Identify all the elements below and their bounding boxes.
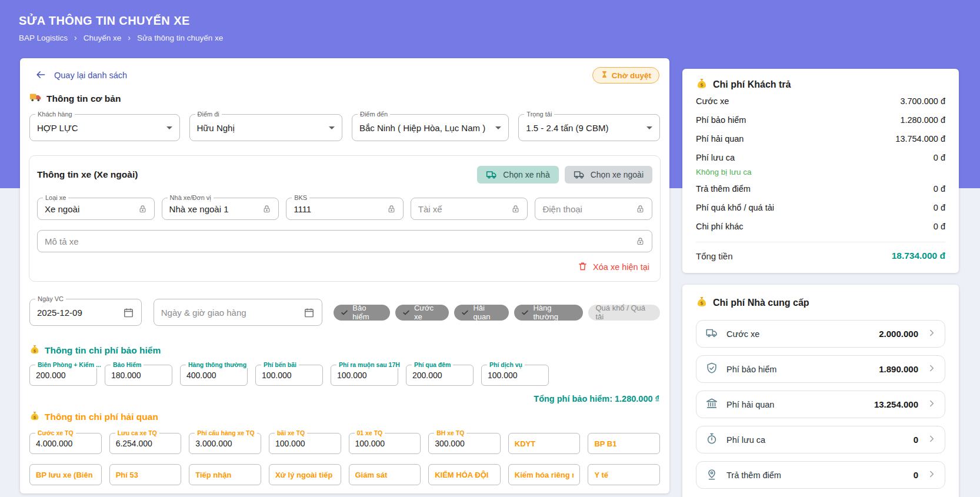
cus-field-xu-ly-ngoai[interactable]: Xử lý ngoài tiếp n... xyxy=(269,464,341,485)
ins-field-hang-thong-thuong[interactable]: Hàng thông thường 400.000 xyxy=(180,365,248,386)
arrow-left-icon xyxy=(35,69,46,82)
status-badge: Chờ duyệt xyxy=(592,67,659,84)
cost-row-qua-kho-qua-tai: Phí quá khổ / quá tải 0 đ xyxy=(696,198,945,217)
total-row: Tổng tiền 18.734.000 đ xyxy=(696,246,945,262)
trip-form-card: Quay lại danh sách Chờ duyệt Thông tin c… xyxy=(20,58,669,493)
cost-row-phi-hai-quan: Phí hải quan 13.754.000 đ xyxy=(696,129,945,148)
breadcrumb: BAP Logistics Chuyến xe Sửa thông tin ch… xyxy=(19,33,223,42)
money-bag-icon: $ xyxy=(29,411,40,423)
supplier-item-cuoc-xe[interactable]: Cước xe 2.000.000 xyxy=(696,320,945,348)
cus-field-cau-hang-xe-tq[interactable]: Phí cẩu hàng xe TQ 3.000.000 xyxy=(189,433,261,454)
delete-vehicle-button[interactable]: Xóa xe hiện tại xyxy=(37,261,649,273)
choose-house-vehicle-button[interactable]: Chọn xe nhà xyxy=(477,166,558,184)
cus-field-kiem-hoa-rieng[interactable]: Kiểm hóa riêng n... xyxy=(508,464,581,485)
truck-icon xyxy=(574,169,585,181)
status-badge-label: Chờ duyệt xyxy=(612,71,651,80)
calendar-icon[interactable] xyxy=(304,307,315,318)
shield-check-icon xyxy=(705,362,718,377)
supplier-item-tra-them-diem[interactable]: Trả thêm điểm 0 xyxy=(696,461,945,489)
ins-field-bao-hiem[interactable]: Bảo Hiểm 180.000 xyxy=(105,365,172,386)
ins-field-bien-phong[interactable]: Biên Phòng + Kiểm ... 200.000 xyxy=(29,365,97,386)
cost-row-cuoc-xe: Cước xe 3.700.000 đ xyxy=(696,92,945,111)
hourglass-icon xyxy=(601,71,608,80)
breadcrumb-home[interactable]: BAP Logistics xyxy=(19,34,68,42)
basic-info-heading: Thông tin cơ bản xyxy=(29,91,661,106)
field-bks[interactable]: BKS 1111 xyxy=(286,198,404,220)
ins-field-ra-muon[interactable]: Phí ra muộn sau 17H 100.000 xyxy=(331,365,398,386)
back-label: Quay lại danh sách xyxy=(54,71,127,80)
chevron-right-icon xyxy=(926,469,937,482)
check-icon xyxy=(402,309,410,316)
supplier-item-phi-luu-ca[interactable]: Phí lưu ca 0 xyxy=(696,426,945,453)
bank-icon xyxy=(705,397,718,412)
cus-field-tiep-nhan[interactable]: Tiếp nhận xyxy=(189,464,261,485)
lock-icon xyxy=(387,205,396,214)
chevron-right-icon xyxy=(926,363,937,376)
ins-field-dich-vu[interactable]: Phí dịch vụ 100.000 xyxy=(481,365,549,386)
supplier-costs-heading: $ Chi phí Nhà cung cấp xyxy=(696,296,945,310)
back-to-list-link[interactable]: Quay lại danh sách xyxy=(35,69,127,82)
calendar-icon[interactable] xyxy=(123,307,134,318)
select-diem-den[interactable]: Điểm đến Bắc Ninh ( Hiệp Hòa, Lục Nam ) xyxy=(352,114,509,141)
cus-field-kiem-hoa-doi[interactable]: KIỂM HÓA ĐỘI xyxy=(428,464,501,485)
cus-field-phi-53[interactable]: Phí 53 xyxy=(109,464,182,485)
chevron-right-icon xyxy=(926,328,937,341)
truck-icon xyxy=(29,91,42,106)
cus-field-bp-luu-xe[interactable]: BP lưu xe (Biên p... xyxy=(29,464,102,485)
check-icon xyxy=(341,309,348,316)
field-mo-ta-xe[interactable]: Mô tả xe xyxy=(37,230,652,252)
cus-field-y-te[interactable]: Y tế xyxy=(588,464,660,485)
trash-icon xyxy=(578,261,588,273)
page-header: SỬA THÔNG TIN CHUYẾN XE BAP Logistics Ch… xyxy=(19,14,223,42)
svg-text:$: $ xyxy=(700,82,704,88)
chip-bao-hiem[interactable]: Bảo hiểm xyxy=(334,305,390,321)
ins-field-qua-dem[interactable]: Phí qua đêm 200.000 xyxy=(406,365,474,386)
chevron-down-icon xyxy=(646,126,652,129)
chip-hai-quan[interactable]: Hải quan xyxy=(454,305,509,321)
cus-field-cuoc-xe-tq[interactable]: Cước xe TQ 4.000.000 xyxy=(29,433,102,454)
field-nha-xe[interactable]: Nhà xe/Đơn vị Nhà xe ngoài 1 xyxy=(162,198,279,220)
chevron-down-icon xyxy=(166,126,172,129)
field-loai-xe[interactable]: Loại xe Xe ngoài xyxy=(37,198,155,220)
lock-icon xyxy=(636,205,645,214)
field-dien-thoai[interactable]: Điện thoại xyxy=(535,198,652,220)
lock-icon xyxy=(636,237,645,246)
cost-row-chi-phi-khac: Chi phí khác 0 đ xyxy=(696,217,945,236)
lock-icon xyxy=(511,205,520,214)
cus-field-01-xe-tq[interactable]: 01 xe TQ 100.000 xyxy=(349,433,421,454)
choose-external-vehicle-button[interactable]: Chọn xe ngoài xyxy=(565,166,652,184)
ins-field-ben-bai[interactable]: Phí bến bãi 100.000 xyxy=(255,365,323,386)
cus-field-luu-ca-xe-tq[interactable]: Lưu ca xe TQ 6.254.000 xyxy=(109,433,182,454)
select-diem-di[interactable]: Điểm đi Hữu Nghị xyxy=(189,114,342,141)
supplier-costs-panel: $ Chi phí Nhà cung cấp Cước xe 2.000.000… xyxy=(682,285,959,497)
page-title: SỬA THÔNG TIN CHUYẾN XE xyxy=(19,14,223,28)
luu-ca-note: Không bị lưu ca xyxy=(696,167,945,179)
select-trong-tai[interactable]: Trọng tải 1.5 - 2.4 tấn (9 CBM) xyxy=(518,114,660,141)
supplier-item-phi-bao-hiem[interactable]: Phí bảo hiểm 1.890.000 xyxy=(696,355,945,383)
chevron-right-icon xyxy=(926,433,937,446)
insurance-heading: $ Thông tin chi phí bảo hiểm xyxy=(29,344,661,357)
breadcrumb-trips[interactable]: Chuyến xe xyxy=(68,33,121,42)
field-ngay-vc[interactable]: Ngày VC 2025-12-09 xyxy=(29,299,142,326)
svg-text:$: $ xyxy=(34,415,36,420)
truck-icon xyxy=(486,169,498,181)
chevron-right-icon xyxy=(926,398,937,411)
supplier-item-phi-hai-quan[interactable]: Phí hải quan 13.254.000 xyxy=(696,391,945,418)
customer-costs-heading: $ Chi phí Khách trả xyxy=(696,78,945,92)
chip-hang-thuong[interactable]: Hàng thường xyxy=(514,305,583,321)
vehicle-info-card: Thông tin xe (Xe ngoài) Chọn xe nhà Chọn… xyxy=(29,155,661,282)
truck-icon xyxy=(705,326,718,342)
cus-field-kdyt[interactable]: KDYT xyxy=(508,433,581,454)
svg-text:$: $ xyxy=(700,301,704,306)
chip-cuoc-xe[interactable]: Cước xe xyxy=(395,305,449,321)
customs-heading: $ Thông tin chi phí hải quan xyxy=(29,411,661,423)
cus-field-giam-sat[interactable]: Giám sát xyxy=(349,464,421,485)
cus-field-bp-b1[interactable]: BP B1 xyxy=(588,433,660,454)
select-khach-hang[interactable]: Khách hàng HỢP LỰC xyxy=(29,114,180,141)
chip-qua-kho-qua-tai[interactable]: Quá khổ / Quá tải xyxy=(588,305,660,321)
cus-field-bai-xe-tq[interactable]: bãi xe TQ 100.000 xyxy=(269,433,341,454)
chevron-down-icon xyxy=(495,126,501,129)
cus-field-bh-xe-tq[interactable]: BH xe TQ 300.000 xyxy=(428,433,501,454)
field-delivery-datetime[interactable]: Ngày & giờ giao hàng xyxy=(154,299,323,326)
field-tai-xe[interactable]: Tài xế xyxy=(411,198,528,220)
